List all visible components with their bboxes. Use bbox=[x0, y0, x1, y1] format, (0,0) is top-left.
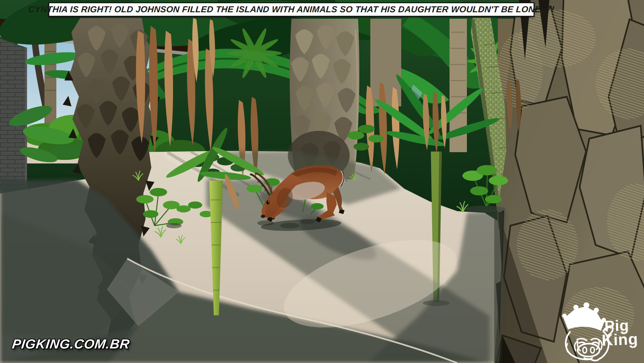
logo-word-king: King bbox=[601, 332, 638, 348]
gazelle-eye bbox=[266, 201, 270, 204]
logo-text: Pig King bbox=[604, 318, 638, 348]
comic-panel: CYNTHIA IS RIGHT! OLD JOHNSON FILLED THE… bbox=[0, 0, 644, 363]
pig-king-logo: Pig King bbox=[560, 302, 644, 363]
caption-box: CYNTHIA IS RIGHT! OLD JOHNSON FILLED THE… bbox=[48, 2, 535, 17]
pig-right-eye bbox=[591, 338, 600, 344]
watermark: PIGKING.COM.BR bbox=[12, 337, 130, 352]
island-scene-render bbox=[0, 0, 644, 363]
gazelle-nose bbox=[261, 215, 265, 218]
pig-snout bbox=[578, 344, 600, 357]
caption-text: CYNTHIA IS RIGHT! OLD JOHNSON FILLED THE… bbox=[28, 5, 555, 15]
crown-icon bbox=[562, 302, 606, 331]
watermark-text: PIGKING.COM.BR bbox=[11, 337, 131, 352]
pig-left-eye bbox=[577, 338, 587, 344]
